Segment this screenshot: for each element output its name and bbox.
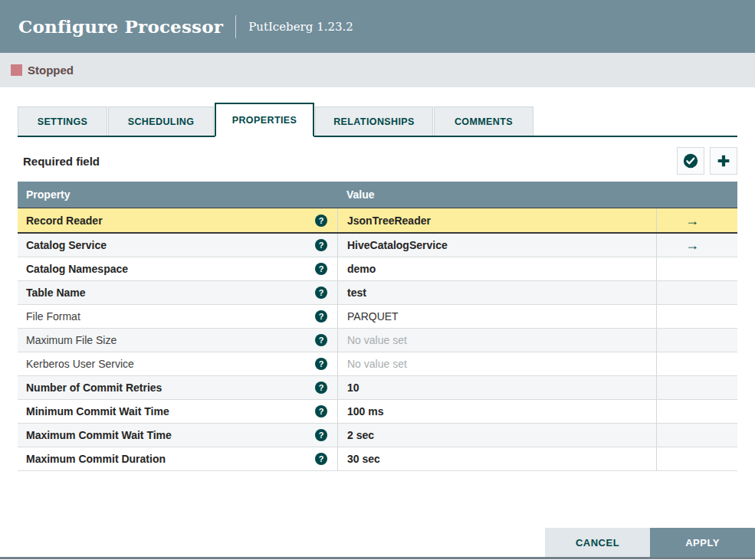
help-icon[interactable]: ? — [315, 453, 327, 465]
value-cell[interactable]: No value set — [337, 329, 656, 352]
table-row[interactable]: Catalog Service ? HiveCatalogService → — [18, 234, 737, 257]
property-value: JsonTreeReader — [347, 215, 431, 227]
property-name: Maximum Commit Duration — [26, 453, 166, 465]
help-icon[interactable]: ? — [315, 358, 327, 370]
apply-button[interactable]: APPLY — [650, 528, 755, 557]
help-icon[interactable]: ? — [315, 263, 327, 275]
table-header: Property Value — [18, 182, 737, 208]
table-row[interactable]: Catalog Namespace ? demo — [18, 257, 737, 281]
dialog-header: Configure Processor PutIceberg 1.23.2 — [0, 0, 755, 53]
value-cell[interactable]: PARQUET — [337, 305, 656, 328]
help-icon[interactable]: ? — [315, 405, 327, 418]
property-value: demo — [347, 263, 376, 275]
table-row[interactable]: Kerberos User Service ? No value set — [18, 352, 737, 376]
status-bar: Stopped — [0, 53, 755, 87]
tab-scheduling[interactable]: SCHEDULING — [108, 106, 214, 136]
status-label: Stopped — [28, 64, 74, 77]
property-name: Record Reader — [26, 215, 103, 227]
property-cell: Catalog Namespace ? — [18, 257, 337, 280]
tab-settings[interactable]: SETTINGS — [18, 106, 107, 136]
table-row[interactable]: File Format ? PARQUET — [18, 305, 737, 329]
property-name: Kerberos User Service — [26, 358, 134, 370]
dialog-bottom-edge — [0, 557, 755, 559]
property-name: Maximum Commit Wait Time — [26, 429, 172, 441]
check-circle-icon — [682, 152, 699, 169]
help-icon[interactable]: ? — [315, 215, 327, 227]
actions-cell — [656, 281, 737, 304]
property-cell: Table Name ? — [18, 281, 337, 304]
value-cell[interactable]: JsonTreeReader — [337, 208, 656, 232]
actions-cell: → — [656, 208, 737, 232]
property-name: Maximum File Size — [26, 334, 117, 346]
properties-table: Property Value Record Reader ? JsonTreeR… — [18, 182, 737, 471]
property-value: PARQUET — [347, 310, 399, 323]
value-cell[interactable]: 100 ms — [337, 400, 656, 423]
actions-cell — [656, 305, 737, 328]
required-field-label: Required field — [18, 155, 100, 168]
value-cell[interactable]: HiveCatalogService — [337, 234, 656, 257]
property-value: HiveCatalogService — [347, 239, 448, 251]
help-icon[interactable]: ? — [315, 310, 327, 323]
property-cell: File Format ? — [18, 305, 337, 328]
property-cell: Kerberos User Service ? — [18, 352, 337, 375]
processor-type-version: PutIceberg 1.23.2 — [248, 20, 353, 34]
go-to-service-icon[interactable]: → — [685, 238, 699, 252]
property-value: No value set — [347, 334, 407, 346]
table-row[interactable]: Maximum Commit Duration ? 30 sec — [18, 447, 737, 471]
actions-cell — [656, 424, 737, 447]
property-cell: Minimum Commit Wait Time ? — [18, 400, 337, 423]
help-icon[interactable]: ? — [315, 334, 327, 346]
tab-properties[interactable]: PROPERTIES — [215, 103, 314, 137]
property-value: test — [347, 287, 366, 299]
actions-cell — [656, 376, 737, 399]
property-cell: Catalog Service ? — [18, 234, 337, 257]
help-icon[interactable]: ? — [315, 287, 327, 299]
column-header-property: Property — [18, 188, 337, 201]
property-value: 30 sec — [347, 453, 380, 465]
plus-icon — [715, 152, 732, 169]
table-row[interactable]: Maximum Commit Wait Time ? 2 sec — [18, 424, 737, 447]
tab-relationships[interactable]: RELATIONSHIPS — [315, 106, 433, 136]
property-name: Minimum Commit Wait Time — [26, 405, 169, 418]
actions-cell — [656, 447, 737, 470]
property-value: 10 — [347, 382, 359, 394]
table-row[interactable]: Record Reader ? JsonTreeReader → — [18, 208, 737, 234]
value-cell[interactable]: No value set — [337, 352, 656, 375]
dialog-title: Configure Processor — [18, 16, 223, 37]
help-icon[interactable]: ? — [315, 382, 327, 394]
table-row[interactable]: Number of Commit Retries ? 10 — [18, 376, 737, 400]
table-body: Record Reader ? JsonTreeReader → Catalog… — [18, 208, 737, 471]
property-name: Number of Commit Retries — [26, 382, 162, 394]
dialog-footer: CANCEL APPLY — [545, 528, 755, 557]
actions-cell: → — [656, 234, 737, 257]
stopped-status-icon — [11, 64, 22, 76]
actions-cell — [656, 352, 737, 375]
value-cell[interactable]: 2 sec — [337, 424, 656, 447]
value-cell[interactable]: 30 sec — [337, 447, 656, 470]
go-to-service-icon[interactable]: → — [685, 214, 699, 228]
value-cell[interactable]: test — [337, 281, 656, 304]
column-header-value: Value — [337, 188, 656, 201]
tab-bar: SETTINGS SCHEDULING PROPERTIES RELATIONS… — [18, 103, 737, 137]
property-name: File Format — [26, 310, 80, 323]
table-row[interactable]: Minimum Commit Wait Time ? 100 ms — [18, 400, 737, 424]
add-property-button[interactable] — [710, 147, 737, 175]
table-row[interactable]: Maximum File Size ? No value set — [18, 329, 737, 352]
property-cell: Number of Commit Retries ? — [18, 376, 337, 399]
value-cell[interactable]: 10 — [337, 376, 656, 399]
verify-properties-button[interactable] — [677, 147, 704, 175]
tab-comments[interactable]: COMMENTS — [434, 106, 533, 136]
cancel-button[interactable]: CANCEL — [545, 528, 650, 557]
property-cell: Maximum File Size ? — [18, 329, 337, 352]
help-icon[interactable]: ? — [315, 239, 327, 251]
actions-cell — [656, 257, 737, 280]
actions-cell — [656, 400, 737, 423]
table-row[interactable]: Table Name ? test — [18, 281, 737, 305]
property-name: Catalog Namespace — [26, 263, 128, 275]
property-name: Catalog Service — [26, 239, 107, 251]
property-cell: Maximum Commit Duration ? — [18, 447, 337, 470]
property-value: 2 sec — [347, 429, 374, 441]
value-cell[interactable]: demo — [337, 257, 656, 280]
property-value: No value set — [347, 358, 407, 370]
help-icon[interactable]: ? — [315, 429, 327, 441]
